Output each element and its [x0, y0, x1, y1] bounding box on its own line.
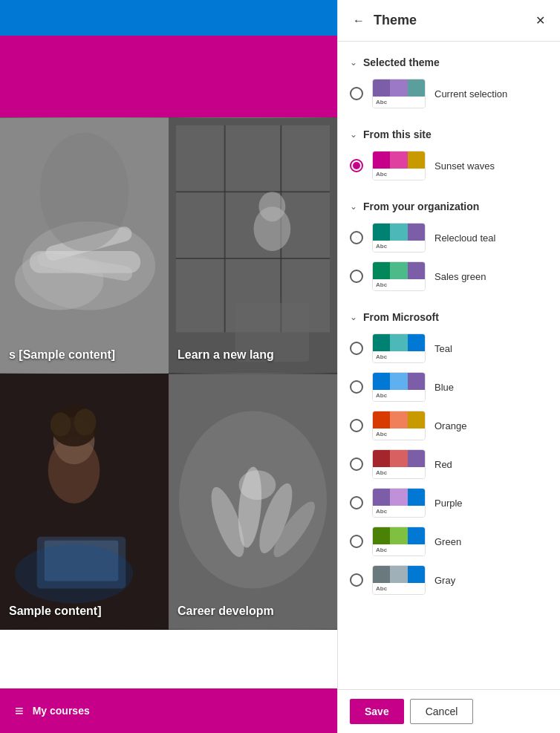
- panel-title: Theme: [374, 13, 417, 28]
- theme-item-relecloud-teal: Abc Relecloud teal: [338, 218, 560, 257]
- section-label-selected-theme: Selected theme: [363, 56, 440, 68]
- theme-label-sales-green: Sales green: [434, 271, 486, 282]
- theme-item-current-selection: Abc Current selection: [338, 74, 560, 113]
- left-content-area: s [Sample content] Learn a new lang: [0, 0, 337, 733]
- theme-label-teal: Teal: [434, 343, 452, 354]
- radio-sales-green[interactable]: [350, 270, 363, 283]
- theme-label-green: Green: [434, 536, 461, 547]
- save-button[interactable]: Save: [350, 699, 404, 724]
- theme-item-sunset-waves: Abc Sunset waves: [338, 146, 560, 185]
- swatch-gray: Abc: [372, 565, 426, 595]
- section-selected-theme[interactable]: ⌄ Selected theme: [338, 48, 560, 74]
- svg-rect-8: [176, 126, 330, 333]
- swatch-sunset-waves: Abc: [372, 151, 426, 180]
- swatch-relecloud-teal: Abc: [372, 223, 426, 253]
- theme-item-blue: Abc Blue: [338, 368, 560, 406]
- theme-item-green: Abc Green: [338, 522, 560, 561]
- bottom-bar: ≡ My courses: [0, 688, 337, 733]
- pink-bar: [0, 36, 337, 117]
- theme-item-orange: Abc Orange: [338, 406, 560, 445]
- grid-cell-teamwork: Career developm: [169, 374, 337, 630]
- my-courses-label: My courses: [33, 705, 90, 717]
- swatch-purple: Abc: [372, 488, 426, 518]
- swatch-current-selection: Abc: [372, 79, 426, 108]
- chevron-from-your-org: ⌄: [350, 201, 357, 212]
- radio-orange[interactable]: [350, 419, 363, 432]
- radio-relecloud-teal[interactable]: [350, 231, 363, 244]
- close-button[interactable]: ✕: [533, 10, 548, 30]
- radio-red[interactable]: [350, 457, 363, 471]
- theme-label-blue: Blue: [434, 382, 454, 393]
- radio-purple[interactable]: [350, 496, 363, 509]
- section-label-from-microsoft: From Microsoft: [363, 311, 439, 323]
- section-from-this-site[interactable]: ⌄ From this site: [338, 120, 560, 146]
- theme-label-relecloud-teal: Relecloud teal: [434, 232, 495, 244]
- radio-gray[interactable]: [350, 573, 363, 587]
- back-button[interactable]: ←: [350, 11, 368, 30]
- theme-item-red: Abc Red: [338, 445, 560, 483]
- theme-panel: ← Theme ✕ ⌄ Selected theme Abc Current s…: [337, 0, 560, 733]
- chevron-from-microsoft: ⌄: [350, 312, 357, 322]
- swatch-red: Abc: [372, 449, 426, 479]
- theme-label-purple: Purple: [434, 498, 463, 509]
- panel-body[interactable]: ⌄ Selected theme Abc Current selection ⌄…: [338, 42, 560, 689]
- theme-label-orange: Orange: [434, 420, 466, 431]
- cancel-button[interactable]: Cancel: [410, 699, 474, 724]
- swatch-blue: Abc: [372, 372, 426, 402]
- section-label-from-this-site: From this site: [363, 128, 432, 140]
- grid-cell-label-0: s [Sample content]: [9, 348, 115, 362]
- svg-point-22: [51, 413, 71, 437]
- swatch-sales-green: Abc: [372, 261, 426, 291]
- swatch-orange: Abc: [372, 411, 426, 440]
- svg-point-32: [239, 470, 276, 500]
- svg-point-25: [15, 544, 133, 604]
- image-grid: s [Sample content] Learn a new lang: [0, 117, 337, 630]
- top-bar: [0, 0, 337, 36]
- theme-item-gray: Abc Gray: [338, 561, 560, 599]
- grid-cell-label-3: Career developm: [178, 605, 274, 618]
- swatch-teal: Abc: [372, 333, 426, 363]
- theme-label-gray: Gray: [434, 575, 455, 586]
- chevron-selected-theme: ⌄: [350, 57, 357, 68]
- theme-label-sunset-waves: Sunset waves: [434, 160, 495, 172]
- radio-current-selection[interactable]: [350, 87, 363, 100]
- grid-cell-office: Learn a new lang: [169, 117, 337, 374]
- grid-cell-label-2: Sample content]: [9, 605, 101, 618]
- chevron-from-this-site: ⌄: [350, 129, 357, 140]
- radio-sunset-waves[interactable]: [350, 159, 363, 172]
- theme-item-sales-green: Abc Sales green: [338, 257, 560, 296]
- panel-header-left: ← Theme: [350, 11, 417, 30]
- grid-cell-handshake: s [Sample content]: [0, 117, 169, 374]
- theme-label-red: Red: [434, 459, 452, 470]
- radio-blue[interactable]: [350, 380, 363, 394]
- radio-green[interactable]: [350, 535, 363, 548]
- svg-point-14: [258, 192, 285, 221]
- theme-label-current-selection: Current selection: [434, 88, 507, 100]
- section-from-your-org[interactable]: ⌄ From your organization: [338, 192, 560, 218]
- panel-footer: Save Cancel: [338, 689, 560, 733]
- section-from-microsoft[interactable]: ⌄ From Microsoft: [338, 302, 560, 329]
- theme-item-teal: Abc Teal: [338, 329, 560, 368]
- grid-cell-label-1: Learn a new lang: [178, 348, 274, 362]
- my-courses-icon: ≡: [15, 703, 24, 720]
- section-label-from-your-org: From your organization: [363, 201, 479, 212]
- panel-header: ← Theme ✕: [338, 0, 560, 42]
- radio-teal[interactable]: [350, 342, 363, 355]
- svg-point-21: [74, 409, 97, 436]
- svg-point-6: [40, 133, 128, 251]
- grid-cell-woman: Sample content]: [0, 374, 169, 630]
- theme-item-purple: Abc Purple: [338, 483, 560, 522]
- swatch-green: Abc: [372, 527, 426, 556]
